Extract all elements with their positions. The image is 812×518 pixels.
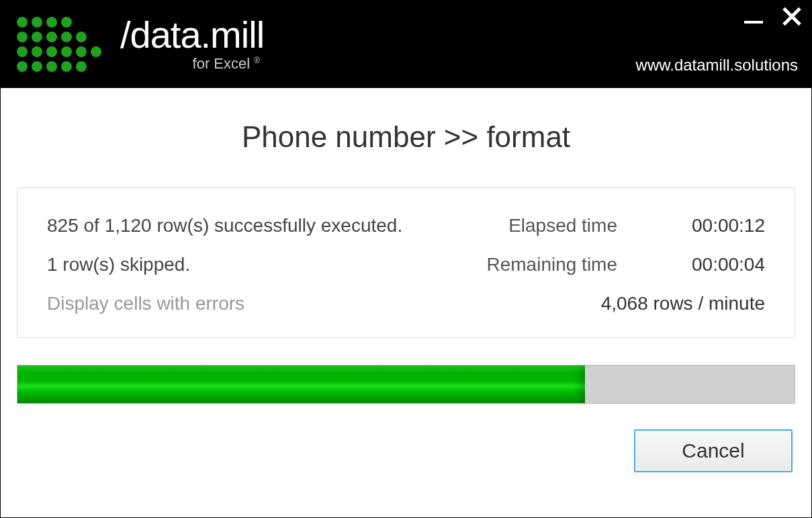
brand-mill: mill xyxy=(210,13,264,56)
cancel-button[interactable]: Cancel xyxy=(634,429,793,472)
dialog-title: Phone number >> format xyxy=(17,120,795,154)
website-link[interactable]: www.datamill.solutions xyxy=(636,56,798,75)
minimize-button[interactable] xyxy=(744,21,763,24)
brand-data: /data. xyxy=(120,13,210,56)
errors-link[interactable]: Display cells with errors xyxy=(47,293,446,314)
window-controls xyxy=(744,6,802,26)
header-bar: /data.mill for Excel ® www.datamill.solu… xyxy=(1,1,811,88)
elapsed-label: Elapsed time xyxy=(486,215,617,236)
executed-text: 825 of 1,120 row(s) successfully execute… xyxy=(47,215,446,236)
close-button[interactable] xyxy=(782,6,802,26)
throughput-text: 4,068 rows / minute xyxy=(486,293,765,314)
elapsed-value: 00:00:12 xyxy=(658,215,765,236)
progress-bar-track xyxy=(17,365,795,404)
content-area: Phone number >> format 825 of 1,120 row(… xyxy=(1,88,811,472)
remaining-label: Remaining time xyxy=(486,254,617,275)
brand-sub: for Excel xyxy=(193,55,251,72)
progress-bar-fill xyxy=(17,365,585,403)
button-row: Cancel xyxy=(17,429,795,472)
status-panel: 825 of 1,120 row(s) successfully execute… xyxy=(17,187,795,338)
skipped-text: 1 row(s) skipped. xyxy=(47,254,446,275)
registered-icon: ® xyxy=(254,56,260,65)
logo-text: /data.mill for Excel ® xyxy=(120,16,264,73)
logo-dots-icon xyxy=(17,17,101,72)
remaining-value: 00:00:04 xyxy=(658,254,765,275)
